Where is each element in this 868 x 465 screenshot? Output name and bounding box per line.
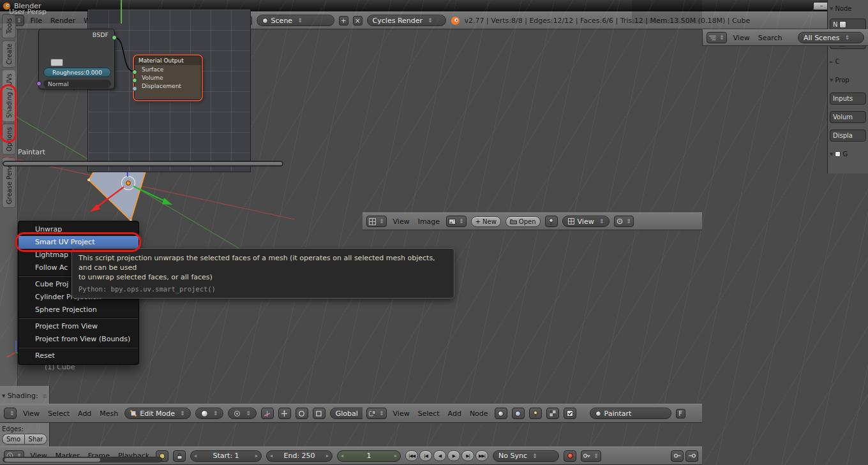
previous-keyframe-button[interactable]: |◀ [419,450,432,461]
shading-sphere-icon [201,410,208,417]
smart-uv-project-tooltip: This script projection unwraps the selec… [71,248,454,299]
outliner-header: View Search All Scenes [702,29,868,46]
editor-type-button[interactable] [366,408,387,419]
menu-separator [19,347,138,348]
manipulator-icon [264,410,271,417]
editor-type-button[interactable] [4,408,17,419]
auto-keyframe-button[interactable] [564,450,576,462]
pivot-select[interactable] [228,408,257,419]
uv-editor-icon [369,218,376,225]
tooltip-line-1: This script projection unwraps the selec… [79,253,447,272]
image-icon [449,218,456,225]
delete-keyframe-button[interactable] [685,450,698,462]
world-icon [515,411,521,417]
current-frame-field[interactable]: 1 [337,450,401,462]
key-minus-icon [689,454,696,458]
pin-icon [548,218,554,225]
sync-mode-select[interactable]: No Sync [493,450,559,462]
menu-select[interactable]: Select [416,410,442,418]
menu-item-smart-uv-project[interactable]: Smart UV Project [19,236,138,249]
end-frame-field[interactable]: End: 250 [266,450,333,462]
manipulator-toggle-button[interactable] [261,408,274,419]
key-icon [583,454,590,458]
mode-select[interactable]: Edit Mode [124,408,190,419]
translate-manipulator-button[interactable] [278,408,291,419]
snap-options-button[interactable] [614,216,634,227]
menu-item-project-from-view[interactable]: Project From View [19,320,138,333]
record-icon [567,453,573,459]
lock-button[interactable] [173,450,186,462]
editor-type-button[interactable] [707,32,727,43]
tooltip-line-2: to unwrap selected faces, or all faces) [79,272,447,282]
menu-view[interactable]: View [21,410,41,418]
menu-select[interactable]: Select [46,410,71,418]
menu-add[interactable]: Add [446,410,463,418]
check-icon [567,410,573,417]
keying-set-button[interactable] [581,450,601,462]
open-image-button[interactable]: Open [505,216,541,227]
folder-icon [510,219,517,225]
editor-type-button[interactable] [366,216,387,227]
lock-icon [177,453,183,459]
uv-view-mode-select[interactable]: View [562,216,610,227]
pivot-icon [234,410,241,417]
menu-view[interactable]: View [391,218,412,226]
material-sphere-icon [595,411,601,417]
menu-item-sphere-projection[interactable]: Sphere Projection [19,304,138,316]
blender-window: Blender – □ × File Render Window Help De… [0,0,868,465]
material-name-field[interactable]: Paintart [590,408,671,419]
start-frame-field[interactable]: Start: 1 [190,450,262,462]
outliner-icon [709,35,716,41]
menu-item-reset[interactable]: Reset [19,350,138,362]
tooltip-python-line: Python: bpy.ops.uv.smart_project() [79,285,447,293]
node-editor-header: View Select Add Node Paintart F [363,404,702,423]
compositing-button[interactable] [546,408,559,419]
plus-icon: + [475,218,481,225]
rotate-manipulator-button[interactable] [296,408,308,419]
snap-icon [617,218,623,225]
view3d-header: View Select Add Mesh Edit Mode Global [0,404,363,423]
menu-view[interactable]: View [731,34,752,42]
insert-keyframe-button[interactable] [671,450,684,462]
fake-user-button[interactable]: F [676,409,685,418]
use-nodes-toggle[interactable] [564,408,576,419]
rotate-icon [298,410,305,417]
edit-mode-icon [130,410,137,417]
object-shader-button[interactable] [495,408,507,419]
translate-icon [281,410,288,417]
next-keyframe-button[interactable]: ▶| [461,450,474,461]
material-sphere-icon [498,411,504,417]
scale-icon [315,410,322,417]
menu-separator [19,318,138,319]
menu-view[interactable]: View [391,410,412,418]
menu-mesh[interactable]: Mesh [98,410,120,418]
scrollbar-thumb[interactable] [4,458,100,462]
image-browse-button[interactable] [446,216,467,227]
key-plus-icon [674,454,681,458]
jump-to-end-button[interactable]: ▶▶| [475,450,488,461]
play-reverse-button[interactable]: ◀ [433,450,446,461]
grid-icon [568,218,574,225]
new-image-button[interactable]: + New [471,216,501,227]
checker-icon [550,410,556,417]
play-button[interactable]: ▶ [447,450,460,461]
lamp-shader-button[interactable] [529,408,542,419]
world-shader-button[interactable] [512,408,525,419]
display-scope-select[interactable]: All Scenes [798,32,864,43]
lamp-icon [532,410,539,417]
pin-button[interactable] [545,216,558,227]
menu-image[interactable]: Image [416,218,442,226]
node-editor-icon [369,410,376,417]
jump-to-start-button[interactable]: |◀◀ [405,450,418,461]
menu-item-unwrap[interactable]: Unwrap [19,223,138,236]
scale-manipulator-button[interactable] [313,408,326,419]
uv-editor-header: View Image + New Open View [363,212,702,230]
viewport-shading-select[interactable] [195,408,224,419]
horizontal-scrollbar[interactable] [3,457,162,462]
menu-item-project-from-view-bounds[interactable]: Project from View (Bounds) [19,333,138,346]
menu-search[interactable]: Search [756,34,784,42]
menu-add[interactable]: Add [76,410,93,418]
menu-node[interactable]: Node [468,410,490,418]
